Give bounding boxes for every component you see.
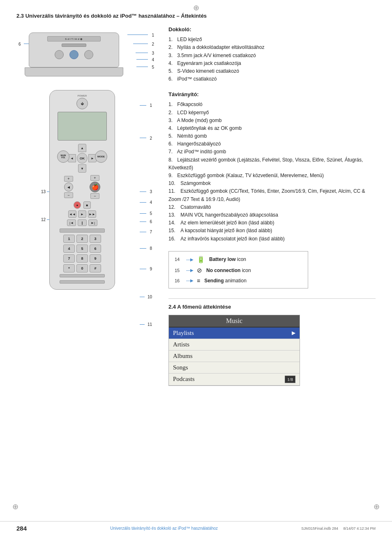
remote-line-5: [140, 213, 146, 214]
num-1: 1: [63, 235, 75, 243]
remote-callout-9: 9: [150, 267, 152, 271]
remote-callout-3: 3: [150, 189, 152, 194]
footer-text: Univerzális távirányító és dokkoló az iP…: [110, 526, 218, 531]
icon-arrow-15: —▶: [186, 268, 194, 272]
power-button: ⏻: [76, 98, 88, 109]
taviranyito-title: Távirányító:: [168, 91, 376, 97]
vol-plus-center: +: [90, 175, 99, 181]
remote-dpad: ▲ ▼ ◄ ► OK: [68, 144, 97, 173]
icon-label-16: Sending animation: [204, 278, 247, 284]
main-vol-button: MAINVOL: [57, 150, 69, 163]
remote-diagram: POWER ⏻ ▲ ▼ ◄ ► OK: [16, 90, 156, 378]
dock-btn-2: [69, 50, 78, 59]
top-registration-mark: ⊕: [193, 3, 199, 12]
dock-outer: SdITIHd◉: [29, 32, 119, 67]
remote-line-10: [140, 297, 145, 297]
tv-item-11: 11. Eszközfüggő gombok (CC/Text, Törlés,…: [168, 187, 376, 203]
tv-item-13: 13. MAIN VOL hangerőszabályozó átkapcsol…: [168, 211, 376, 219]
icon-label-15: No connection icon: [206, 268, 251, 273]
vol-minus-left: −: [64, 192, 73, 198]
dokk-list: 1. LED kijelző 2. Nyílás a dokkolóadapte…: [168, 36, 376, 83]
numpad-row-4: * 0 #: [60, 264, 105, 272]
power-area: POWER ⏻: [54, 95, 111, 109]
section-24-title: 2.4 A főmenü áttekintése: [168, 304, 376, 310]
dokk-item-1: 1. LED kijelző: [168, 36, 376, 44]
remote-callout-7: 7: [150, 230, 152, 234]
remote-screen: [58, 112, 107, 141]
dokk-item-5: 5. S-Video kimeneti csatlakozó: [168, 67, 376, 75]
numpad-row-3: 7 8 9: [60, 254, 105, 263]
tv-item-8: 8. Lejátszást vezérlő gombok (Lejátszás,…: [168, 156, 376, 172]
dock-callout-4: 4: [152, 58, 154, 62]
skip-next-btn: ►|: [88, 219, 97, 226]
numpad-row-2: 4 5 6: [60, 245, 105, 253]
section-24: 2.4 A főmenü áttekintése Music Playlists…: [168, 298, 376, 386]
num-4: 4: [63, 245, 75, 253]
icon-num-14: 14: [175, 257, 186, 262]
ipod-button: 🍎: [90, 182, 100, 192]
remote-callout-1: 1: [150, 103, 152, 108]
dock-base: [25, 67, 123, 76]
footer-file-info: SJM315Final.indb 284 8/14/07 4:12:34 PM: [301, 526, 376, 531]
stop-btn: ■: [83, 201, 91, 209]
dock-line-3: [136, 53, 148, 53]
battery-low-icon: 🔋: [197, 256, 205, 263]
num-8: 8: [76, 254, 88, 263]
numpad-row-1: 1 2 3: [60, 235, 105, 243]
num-7: 7: [63, 254, 75, 263]
icon-label-14: Battery low icon: [209, 256, 246, 262]
dock-buttons-area: [29, 50, 119, 59]
remote-sep-bar-1: [60, 228, 105, 233]
menu-item-songs: Songs: [169, 362, 300, 374]
skip-row: |◄ ‖ ►|: [54, 219, 111, 226]
dpad-down: ▼: [78, 164, 86, 173]
taviranyito-section: Távirányító: 1. Főkapcsoló 2. LCD képern…: [168, 91, 376, 242]
vol-minus-center: −: [90, 193, 99, 199]
taviranyito-list: 1. Főkapcsoló 2. LCD képernyő 3. A Mode …: [168, 101, 376, 242]
dock-line-6: [24, 44, 29, 44]
remote-callout-5: 5: [150, 211, 152, 216]
vol-area: + ◄ − + 🍎 −: [54, 175, 111, 199]
dock-callout-5: 5: [152, 65, 154, 69]
section-title: 2.3 Univerzális távirányító és dokkoló a…: [16, 12, 376, 20]
remote-line-13: [47, 192, 49, 192]
icon-arrow-14: —▶: [186, 257, 194, 262]
num-5: 5: [76, 245, 88, 253]
vol-plus-left: +: [64, 176, 73, 182]
remote-callout-12: 12: [41, 217, 46, 222]
menu-item-playlists: Playlists ▶: [169, 328, 300, 339]
icon-arrow-16: —▶: [186, 278, 194, 283]
dock-btn-1: [55, 50, 64, 59]
num-star: *: [63, 264, 75, 272]
dock-line-4: [136, 59, 148, 60]
sending-icon: ≡: [197, 277, 200, 284]
remote-callout-8: 8: [150, 246, 152, 251]
tv-item-10: 10. Számgombok: [168, 180, 376, 187]
tv-item-3: 3. A Mode (mód) gomb: [168, 117, 376, 125]
dokk-title: Dokkoló:: [168, 26, 376, 32]
icon-row-16: 16 —▶ ≡ Sending animation: [175, 277, 302, 284]
menu-header: Music: [169, 315, 300, 328]
func-row: ● ■: [54, 201, 111, 209]
num-9: 9: [90, 254, 101, 263]
skip-prev-btn: |◄: [67, 219, 76, 226]
menu-item-podcasts: Podcasts 1/8: [169, 374, 300, 385]
no-connection-icon: ⊘: [197, 267, 202, 274]
dokk-item-3: 3. 3.5mm jack A/V kimeneti csatlakozó: [168, 52, 376, 60]
remote-line-7: [140, 232, 146, 232]
num-6: 6: [90, 245, 101, 253]
tv-item-2: 2. LCD képernyő: [168, 109, 376, 117]
tv-item-16: 16. Az infravörös kapcsolatot jelző ikon…: [168, 235, 376, 243]
menu-item-albums: Albums: [169, 351, 300, 362]
remote-line-1: [140, 105, 146, 106]
page-footer: 284 Univerzális távirányító és dokkoló a…: [0, 521, 392, 532]
remote-bottom-bar: [60, 280, 105, 284]
mode-button: MODE: [95, 150, 107, 163]
icons-box: 14 —▶ 🔋 Battery low icon 15 —▶ ⊘ No conn…: [168, 251, 308, 288]
dock-callout-6: 6: [18, 42, 21, 46]
main-content: SdITIHd◉ 1 2: [16, 26, 376, 386]
dock-diagram: SdITIHd◉ 1 2: [16, 26, 156, 86]
remote-callout-6: 6: [150, 219, 152, 224]
tv-item-6: 6. Hangerőszabályozó: [168, 140, 376, 148]
dokk-item-2: 2. Nyílás a dokkolóadapter eltávolításáh…: [168, 44, 376, 51]
